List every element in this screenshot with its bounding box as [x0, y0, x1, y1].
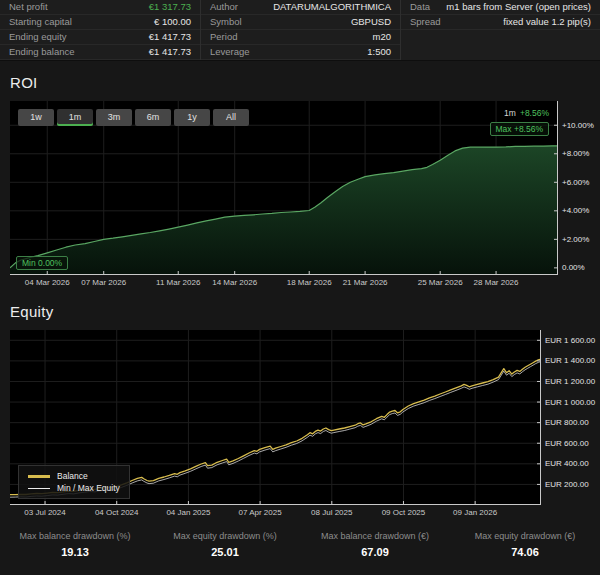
- x-tick-label: 04 Mar 2026: [25, 278, 70, 287]
- roi-y-axis: +10.00%+8.00%+6.00%+4.00%+2.00%0.00%: [558, 101, 600, 275]
- roi-range-buttons: 1w 1m 3m 6m 1y All: [18, 109, 249, 126]
- balance-line-swatch-icon: [28, 475, 50, 478]
- summary-value-spread: fixed value 1.2 pip(s): [503, 15, 591, 29]
- summary-row: Starting capital € 100.00: [0, 15, 200, 30]
- summary-label: Period: [210, 30, 237, 44]
- x-tick-label: 07 Mar 2026: [81, 278, 126, 287]
- range-button-all[interactable]: All: [213, 109, 249, 126]
- stat-max-equity-drawdown-eur: Max equity drawdown (€) 74.06: [450, 531, 600, 558]
- roi-max-badge: Max +8.56%: [490, 122, 550, 136]
- stat-label: Max balance drawdown (%): [0, 531, 150, 541]
- range-button-1m[interactable]: 1m: [57, 109, 93, 126]
- summary-row: Ending balance €1 417.73: [0, 45, 200, 60]
- x-tick-label: 03 Jul 2024: [24, 508, 65, 517]
- y-tick-label: EUR 1 600.00: [545, 336, 595, 345]
- stat-value: 74.06: [450, 546, 600, 558]
- summary-label: Spread: [410, 15, 441, 29]
- equity-x-axis: 03 Jul 202404 Oct 202404 Jan 202507 Apr …: [10, 505, 541, 520]
- summary-label: Leverage: [210, 45, 250, 59]
- summary-label: Starting capital: [9, 15, 72, 29]
- roi-current-period: 1m: [504, 108, 516, 118]
- summary-value-author: DATARUMALGORITHMICA: [273, 0, 391, 14]
- stat-value: 19.13: [0, 546, 150, 558]
- summary-row: Ending equity €1 417.73: [0, 30, 200, 45]
- y-tick-label: +8.00%: [562, 149, 589, 158]
- summary-label: Ending balance: [9, 45, 75, 59]
- range-button-6m[interactable]: 6m: [135, 109, 171, 126]
- minmax-line-swatch-icon: [28, 488, 50, 489]
- range-button-3m[interactable]: 3m: [96, 109, 132, 126]
- y-tick-label: +6.00%: [562, 178, 589, 187]
- roi-x-axis: 04 Mar 202607 Mar 202611 Mar 202614 Mar …: [10, 275, 558, 290]
- summary-label: Symbol: [210, 15, 242, 29]
- x-tick-label: 04 Oct 2024: [95, 508, 139, 517]
- legend-item-minmax-equity: Min / Max Equity: [28, 482, 120, 494]
- y-tick-label: 0.00%: [562, 263, 585, 272]
- stat-value: 67.09: [300, 546, 450, 558]
- equity-chart: Balance Min / Max Equity EUR 1 600.00EUR…: [10, 330, 600, 505]
- y-tick-label: +4.00%: [562, 206, 589, 215]
- y-tick-label: EUR 200.00: [545, 480, 589, 489]
- roi-chart: 1w 1m 3m 6m 1y All 1m+8.56% Max +8.56% M…: [10, 101, 600, 275]
- summary-value-net-profit: €1 317.73: [149, 0, 191, 14]
- x-tick-label: 09 Oct 2025: [382, 508, 426, 517]
- stat-label: Max balance drawdown (€): [300, 531, 450, 541]
- summary-label: Data: [410, 0, 430, 14]
- y-tick-label: EUR 400.00: [545, 459, 589, 468]
- summary-col-profit: Net profit €1 317.73 Starting capital € …: [0, 0, 200, 60]
- range-button-1w[interactable]: 1w: [18, 109, 54, 126]
- summary-value-data: m1 bars from Server (open prices): [446, 0, 591, 14]
- summary-row: Period m20: [201, 30, 400, 45]
- x-tick-label: 09 Jan 2026: [453, 508, 497, 517]
- x-tick-label: 07 Apr 2025: [239, 508, 282, 517]
- summary-row: Author DATARUMALGORITHMICA: [201, 0, 400, 15]
- summary-value-symbol: GBPUSD: [351, 15, 391, 29]
- x-tick-label: 14 Mar 2026: [212, 278, 257, 287]
- stat-value: 25.01: [150, 546, 300, 558]
- y-tick-label: +10.00%: [562, 121, 594, 130]
- legend-item-balance: Balance: [28, 470, 120, 482]
- range-button-1y[interactable]: 1y: [174, 109, 210, 126]
- equity-legend: Balance Min / Max Equity: [18, 465, 130, 499]
- y-tick-label: EUR 1 000.00: [545, 398, 595, 407]
- summary-row: Spread fixed value 1.2 pip(s): [401, 15, 600, 30]
- summary-value: €1 417.73: [149, 30, 191, 44]
- summary-value-leverage: 1:500: [367, 45, 391, 59]
- stat-label: Max equity drawdown (%): [150, 531, 300, 541]
- x-tick-label: 18 Mar 2026: [287, 278, 332, 287]
- stat-max-balance-drawdown-pct: Max balance drawdown (%) 19.13: [0, 531, 150, 558]
- summary-label: Author: [210, 0, 238, 14]
- summary-row: Data m1 bars from Server (open prices): [401, 0, 600, 15]
- summary-value: €1 417.73: [149, 45, 191, 59]
- drawdown-stats: Max balance drawdown (%) 19.13 Max equit…: [0, 531, 600, 558]
- summary-label: Ending equity: [9, 30, 67, 44]
- roi-chart-canvas: [10, 101, 558, 275]
- stat-max-equity-drawdown-pct: Max equity drawdown (%) 25.01: [150, 531, 300, 558]
- x-tick-label: 04 Jan 2025: [166, 508, 210, 517]
- y-tick-label: EUR 800.00: [545, 418, 589, 427]
- y-tick-label: EUR 1 200.00: [545, 377, 595, 386]
- equity-y-axis: EUR 1 600.00EUR 1 400.00EUR 1 200.00EUR …: [541, 330, 600, 505]
- legend-label: Min / Max Equity: [57, 483, 120, 493]
- legend-label: Balance: [57, 471, 88, 481]
- summary-col-data: Data m1 bars from Server (open prices) S…: [400, 0, 600, 60]
- stat-label: Max equity drawdown (€): [450, 531, 600, 541]
- stat-max-balance-drawdown-eur: Max balance drawdown (€) 67.09: [300, 531, 450, 558]
- roi-section-title: ROI: [10, 74, 600, 91]
- x-tick-label: 11 Mar 2026: [156, 278, 200, 287]
- summary-value: € 100.00: [154, 15, 191, 29]
- equity-section-title: Equity: [10, 303, 600, 320]
- y-tick-label: +2.00%: [562, 235, 589, 244]
- summary-col-strategy: Author DATARUMALGORITHMICA Symbol GBPUSD…: [200, 0, 400, 60]
- x-tick-label: 21 Mar 2026: [343, 278, 388, 287]
- roi-min-badge: Min 0.00%: [16, 256, 68, 270]
- summary-row: Symbol GBPUSD: [201, 15, 400, 30]
- roi-current-value: 1m+8.56%: [504, 108, 549, 118]
- x-tick-label: 08 Jul 2025: [311, 508, 352, 517]
- roi-plot-area: 1w 1m 3m 6m 1y All 1m+8.56% Max +8.56% M…: [10, 101, 558, 275]
- summary-label: Net profit: [9, 0, 48, 14]
- equity-plot-area: Balance Min / Max Equity: [10, 330, 541, 505]
- roi-current-percent: +8.56%: [520, 108, 549, 118]
- x-tick-label: 25 Mar 2026: [418, 278, 463, 287]
- summary-table: Net profit €1 317.73 Starting capital € …: [0, 0, 600, 61]
